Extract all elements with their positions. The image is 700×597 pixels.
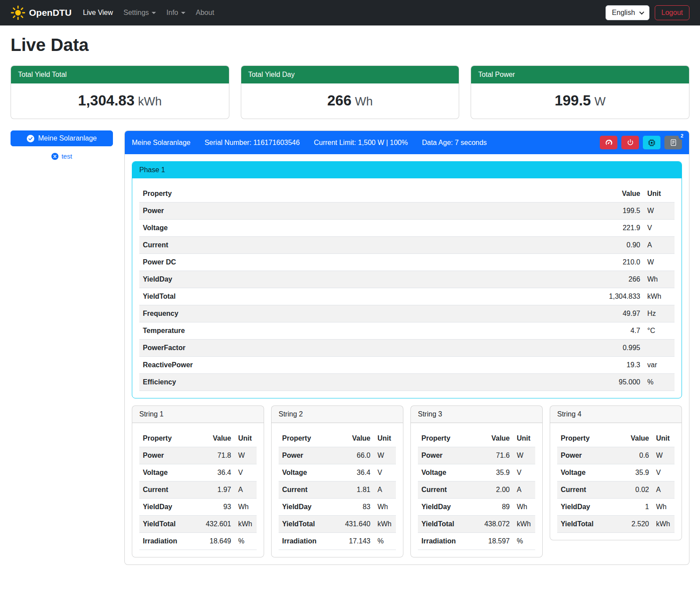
inverter-select-button[interactable]: Meine Solaranlage xyxy=(11,130,113,146)
value-cell: 199.5 xyxy=(441,203,644,220)
event-log-button[interactable]: 2 xyxy=(664,136,682,149)
property-cell: Current xyxy=(139,481,193,499)
brand[interactable]: OpenDTU xyxy=(11,5,72,20)
property-cell: Current xyxy=(139,237,441,254)
table-row: YieldDay89Wh xyxy=(418,499,535,516)
table-row: Temperature4.7°C xyxy=(139,322,675,340)
property-cell: YieldDay xyxy=(139,271,441,288)
inverter-limit: Current Limit: 1,500 W | 100% xyxy=(314,139,408,147)
value-cell: 1,304.833 xyxy=(441,288,644,305)
device-info-button[interactable] xyxy=(643,136,660,149)
table-row: Power DC210.0W xyxy=(139,254,675,271)
unit-cell: kWh xyxy=(513,516,535,533)
check-circle-icon xyxy=(27,135,34,142)
property-cell: Current xyxy=(418,481,472,499)
brand-label: OpenDTU xyxy=(29,7,72,18)
sun-logo-icon xyxy=(11,5,25,20)
unit-cell: V xyxy=(513,464,535,481)
nav-settings[interactable]: Settings xyxy=(119,5,160,20)
col-unit: Unit xyxy=(653,430,675,447)
journal-icon xyxy=(670,139,677,146)
table-row: YieldDay83Wh xyxy=(279,499,396,516)
inverter-data-age: Data Age: 7 seconds xyxy=(422,139,487,147)
sidebar-item-test-label: test xyxy=(62,152,72,160)
unit-cell: W xyxy=(235,447,257,464)
col-unit: Unit xyxy=(235,430,257,447)
sidebar: Meine Solaranlage test xyxy=(11,130,113,160)
inverter-actions: 2 xyxy=(600,136,682,149)
col-unit: Unit xyxy=(513,430,535,447)
col-value: Value xyxy=(441,185,644,203)
property-cell: YieldTotal xyxy=(279,516,332,533)
unit-cell: A xyxy=(653,481,675,499)
property-cell: Power xyxy=(279,447,332,464)
language-select[interactable]: English xyxy=(606,5,649,20)
unit-cell: % xyxy=(374,533,396,550)
unit-cell: kWh xyxy=(653,516,675,533)
total-power-card: Total Power 199.5W xyxy=(471,65,689,119)
col-value: Value xyxy=(193,430,235,447)
inverter-serial: Serial Number: 116171603546 xyxy=(204,139,300,147)
unit-cell: A xyxy=(513,481,535,499)
nav-about[interactable]: About xyxy=(192,5,219,20)
card-body: 266Wh xyxy=(241,83,459,119)
string-card-body: Property Value Unit Power71.6WVoltage35.… xyxy=(411,423,542,557)
power-icon xyxy=(627,139,634,146)
table-row: Current2.00A xyxy=(418,481,535,499)
table-row: Power0.6W xyxy=(557,447,675,464)
table-row: Power71.8W xyxy=(139,447,257,464)
value-cell: 71.6 xyxy=(472,447,513,464)
logout-button[interactable]: Logout xyxy=(655,5,689,20)
inverter-panel: Meine Solaranlage Serial Number: 1161716… xyxy=(124,130,689,565)
property-cell: ReactivePower xyxy=(139,357,441,374)
nav-settings-label: Settings xyxy=(123,9,149,17)
property-cell: YieldDay xyxy=(139,499,193,516)
power-button[interactable] xyxy=(621,136,639,149)
string-card-title: String 1 xyxy=(132,406,264,423)
nav-info[interactable]: Info xyxy=(162,5,190,20)
property-cell: YieldTotal xyxy=(418,516,472,533)
table-header-row: Property Value Unit xyxy=(557,430,675,447)
caret-down-icon xyxy=(181,12,185,14)
card-unit: kWh xyxy=(138,95,162,108)
main-row: Meine Solaranlage test Meine Solaranlage… xyxy=(11,130,689,565)
unit-cell: Wh xyxy=(653,499,675,516)
page-title: Live Data xyxy=(11,35,689,55)
unit-cell: V xyxy=(235,464,257,481)
property-cell: Voltage xyxy=(279,464,332,481)
table-row: Current1.81A xyxy=(279,481,396,499)
table-header-row: Property Value Unit xyxy=(279,430,396,447)
col-property: Property xyxy=(139,430,193,447)
unit-cell: A xyxy=(235,481,257,499)
unit-cell: Wh xyxy=(374,499,396,516)
string-card-title: String 2 xyxy=(272,406,403,423)
sidebar-item-test[interactable]: test xyxy=(11,152,113,160)
value-cell: 0.995 xyxy=(441,340,644,357)
navbar: OpenDTU Live View Settings Info About En… xyxy=(0,0,700,25)
string-card-body: Property Value Unit Power0.6WVoltage35.9… xyxy=(550,423,682,540)
col-unit: Unit xyxy=(644,185,675,203)
table-row: Power199.5W xyxy=(139,203,675,220)
property-cell: YieldTotal xyxy=(557,516,616,533)
property-cell: Frequency xyxy=(139,305,441,322)
property-cell: Irradiation xyxy=(139,533,193,550)
value-cell: 35.9 xyxy=(472,464,513,481)
value-cell: 0.6 xyxy=(616,447,653,464)
nav-right: English Logout xyxy=(606,5,689,20)
unit-cell: Wh xyxy=(644,271,675,288)
property-cell: Power DC xyxy=(139,254,441,271)
nav-live-view[interactable]: Live View xyxy=(79,5,117,20)
table-header-row: Property Value Unit xyxy=(139,185,675,203)
limit-settings-button[interactable] xyxy=(600,136,617,149)
property-cell: Temperature xyxy=(139,322,441,340)
inverter-name: Meine Solaranlage xyxy=(132,139,190,147)
col-property: Property xyxy=(557,430,616,447)
col-unit: Unit xyxy=(374,430,396,447)
card-title: Total Yield Day xyxy=(241,66,459,83)
value-cell: 2.00 xyxy=(472,481,513,499)
property-cell: Current xyxy=(279,481,332,499)
phase-card-body: Property Value Unit Power199.5WVoltage22… xyxy=(132,178,682,398)
property-cell: Irradiation xyxy=(279,533,332,550)
property-cell: Current xyxy=(557,481,616,499)
table-row: Irradiation17.143% xyxy=(279,533,396,550)
